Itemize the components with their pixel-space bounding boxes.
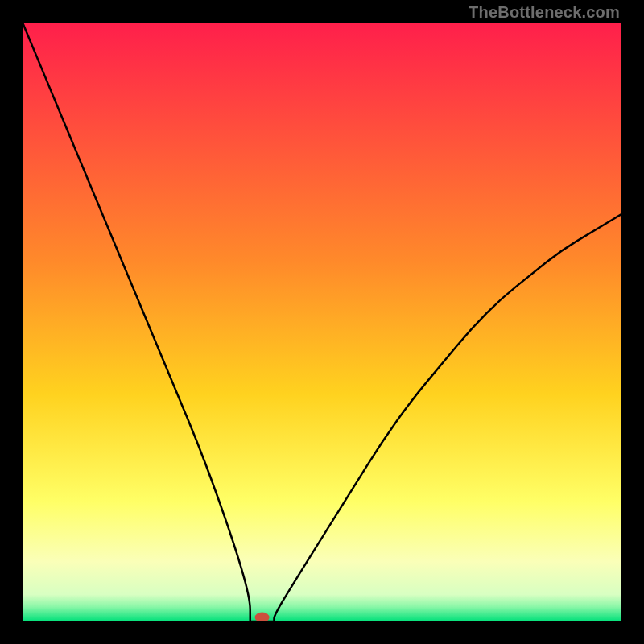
watermark-text: TheBottleneck.com bbox=[469, 3, 620, 22]
gradient-background bbox=[23, 23, 621, 621]
chart-area bbox=[23, 23, 621, 621]
outer-frame: TheBottleneck.com bbox=[0, 0, 644, 644]
chart-svg bbox=[23, 23, 621, 621]
